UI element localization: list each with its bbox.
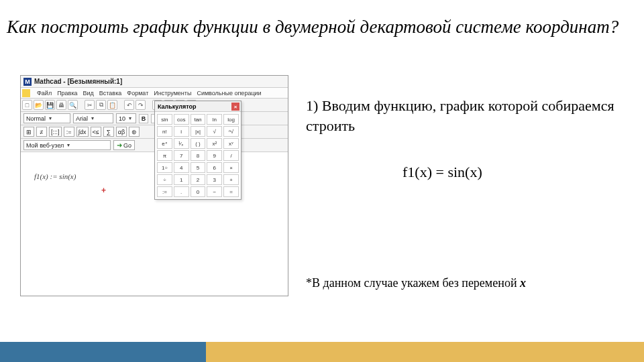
menu-view[interactable]: Вид bbox=[83, 90, 94, 97]
formula-region[interactable]: f1(x) := sin(x) bbox=[34, 172, 76, 180]
close-icon[interactable]: × bbox=[231, 103, 239, 111]
app-icon: M bbox=[23, 78, 32, 86]
calc-key[interactable]: × bbox=[223, 162, 239, 173]
calc-key[interactable]: 2 bbox=[191, 174, 206, 185]
calc-key[interactable]: 6 bbox=[207, 162, 222, 173]
window-title: Mathcad - [Безымянный:1] bbox=[34, 78, 122, 85]
print-icon[interactable]: 🖶 bbox=[56, 100, 66, 110]
sum-icon[interactable]: ∑ bbox=[103, 127, 114, 137]
calc-key[interactable]: 7 bbox=[174, 150, 189, 161]
calc-key[interactable]: = bbox=[223, 186, 239, 197]
font-combo[interactable]: Arial bbox=[73, 113, 113, 123]
calc-key[interactable]: ( ) bbox=[191, 138, 206, 149]
calculator-titlebar: Калькулятор × bbox=[155, 101, 241, 112]
calc-key[interactable]: xʸ bbox=[223, 138, 239, 149]
style-combo[interactable]: Normal bbox=[23, 113, 70, 123]
calc-key[interactable]: 0 bbox=[191, 186, 206, 197]
calc-key[interactable]: n! bbox=[157, 126, 172, 137]
menu-doc-icon bbox=[22, 89, 30, 97]
calculus-icon[interactable]: ∫dx bbox=[76, 127, 89, 137]
go-button[interactable]: Go bbox=[113, 140, 135, 150]
calc-key[interactable]: ln bbox=[207, 114, 222, 125]
calc-key[interactable]: := bbox=[157, 186, 172, 197]
size-combo[interactable]: 10 bbox=[116, 113, 136, 123]
calculator-title: Калькулятор bbox=[158, 103, 197, 110]
calc-key[interactable]: tan bbox=[191, 114, 206, 125]
greek-icon[interactable]: αβ bbox=[116, 127, 127, 137]
calc-key[interactable]: 8 bbox=[191, 150, 206, 161]
assign-icon[interactable]: := bbox=[64, 127, 74, 137]
boolean-icon[interactable]: ≠ bbox=[36, 127, 47, 137]
calc-key[interactable]: . bbox=[174, 186, 189, 197]
menu-symbolic[interactable]: Символьные операции bbox=[197, 90, 261, 97]
note-text: *В данном случае укажем без переменой x bbox=[306, 276, 631, 290]
calc-key[interactable]: √ bbox=[207, 126, 222, 137]
calc-key[interactable]: 1÷ bbox=[157, 162, 172, 173]
calc-key[interactable]: sin bbox=[157, 114, 172, 125]
undo-icon[interactable]: ↶ bbox=[124, 100, 134, 110]
save-icon[interactable]: 💾 bbox=[45, 100, 55, 110]
matrix-icon[interactable]: [:::] bbox=[49, 127, 62, 137]
calc-key[interactable]: log bbox=[223, 114, 239, 125]
copy-icon[interactable]: ⧉ bbox=[96, 100, 106, 110]
equation-text: f1(x) = sin(x) bbox=[402, 164, 482, 181]
programming-icon[interactable]: ⊛ bbox=[129, 127, 140, 137]
step1-text: 1) Вводим функцию, график которой собира… bbox=[306, 96, 631, 135]
menubar: Файл Правка Вид Вставка Формат Инструмен… bbox=[21, 88, 288, 99]
calc-key[interactable]: x² bbox=[207, 138, 222, 149]
menu-insert[interactable]: Вставка bbox=[99, 90, 121, 97]
calc-key[interactable]: + bbox=[223, 174, 239, 185]
slide-footer bbox=[0, 342, 644, 362]
calc-key[interactable]: 3 bbox=[207, 174, 222, 185]
calc-key[interactable]: 9 bbox=[207, 150, 222, 161]
calc-key[interactable]: cos bbox=[174, 114, 189, 125]
note-prefix: *В данном случае укажем без переменой bbox=[306, 276, 520, 290]
menu-tools[interactable]: Инструменты bbox=[154, 90, 191, 97]
new-icon[interactable]: □ bbox=[22, 100, 32, 110]
open-icon[interactable]: 📂 bbox=[34, 100, 44, 110]
titlebar: M Mathcad - [Безымянный:1] bbox=[21, 76, 288, 88]
footer-accent-right bbox=[206, 342, 644, 362]
calc-key[interactable]: ÷ bbox=[157, 174, 172, 185]
slide-title: Как построить график функции в двумерной… bbox=[7, 16, 637, 39]
calc-key[interactable]: ⁿ√ bbox=[223, 126, 239, 137]
graph-icon[interactable]: ⊞ bbox=[23, 127, 34, 137]
calc-key[interactable]: π bbox=[157, 150, 172, 161]
calc-key[interactable]: 1 bbox=[174, 174, 189, 185]
calc-key[interactable]: ¹⁄ₓ bbox=[174, 138, 189, 149]
menu-file[interactable]: Файл bbox=[37, 90, 52, 97]
eval-icon[interactable]: <≤ bbox=[91, 127, 101, 137]
footer-accent-left bbox=[0, 342, 206, 362]
calc-key[interactable]: eˣ bbox=[157, 138, 172, 149]
note-variable: x bbox=[520, 276, 526, 290]
calc-key[interactable]: 5 bbox=[191, 162, 206, 173]
calculator-grid: sin cos tan ln log n! i |x| √ ⁿ√ eˣ ¹⁄ₓ … bbox=[155, 112, 241, 199]
menu-format[interactable]: Формат bbox=[127, 90, 148, 97]
paste-icon[interactable]: 📋 bbox=[107, 100, 117, 110]
calc-key[interactable]: 4 bbox=[174, 162, 189, 173]
calc-key[interactable]: / bbox=[223, 150, 239, 161]
calculator-palette[interactable]: Калькулятор × sin cos tan ln log n! i |x… bbox=[154, 101, 241, 200]
insert-cursor-icon: + bbox=[101, 186, 106, 195]
calc-key[interactable]: i bbox=[174, 126, 189, 137]
bold-button[interactable]: B bbox=[139, 114, 148, 123]
menu-edit[interactable]: Правка bbox=[57, 90, 77, 97]
calc-key[interactable]: − bbox=[207, 186, 222, 197]
redo-icon[interactable]: ↷ bbox=[136, 100, 146, 110]
preview-icon[interactable]: 🔍 bbox=[68, 100, 78, 110]
site-combo[interactable]: Мой веб-узел bbox=[23, 140, 111, 150]
cut-icon[interactable]: ✂ bbox=[85, 100, 95, 110]
calc-key[interactable]: |x| bbox=[191, 126, 206, 137]
